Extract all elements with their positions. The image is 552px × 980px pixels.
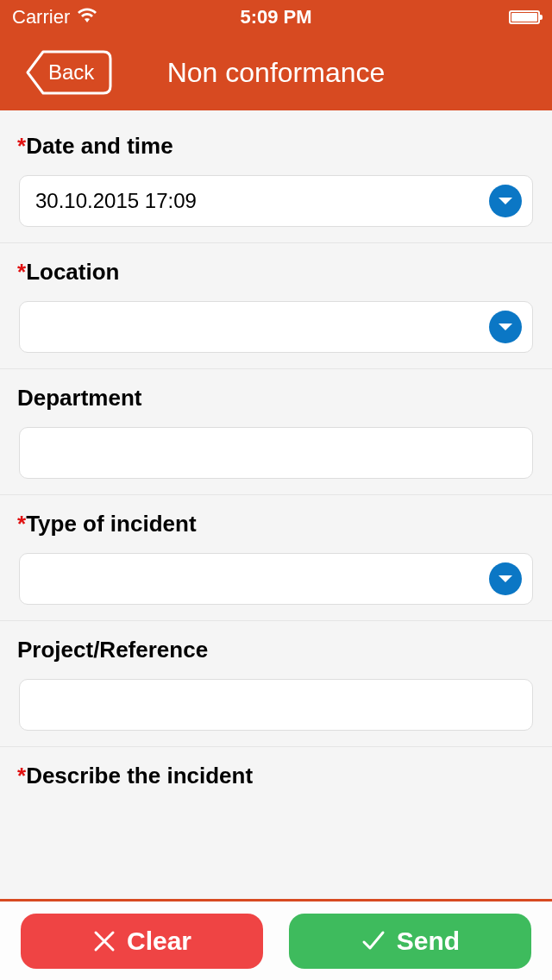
status-bar: Carrier 5:09 PM bbox=[0, 0, 552, 35]
back-button[interactable]: Back bbox=[26, 50, 112, 95]
page-title: Non conformance bbox=[167, 57, 386, 89]
section-department: Department bbox=[0, 369, 552, 495]
label-datetime: *Date and time bbox=[17, 133, 543, 160]
section-location: *Location bbox=[0, 243, 552, 369]
dropdown-icon[interactable] bbox=[489, 185, 522, 217]
section-datetime: *Date and time 30.10.2015 17:09 bbox=[0, 110, 552, 243]
status-time: 5:09 PM bbox=[240, 6, 311, 28]
dropdown-icon[interactable] bbox=[489, 311, 522, 343]
input-location[interactable] bbox=[19, 301, 533, 353]
input-project[interactable] bbox=[19, 679, 533, 731]
send-label: Send bbox=[397, 927, 460, 956]
check-icon bbox=[361, 929, 386, 953]
clear-button[interactable]: Clear bbox=[21, 914, 263, 969]
dropdown-icon[interactable] bbox=[489, 562, 522, 595]
status-left: Carrier bbox=[12, 6, 97, 28]
label-location: *Location bbox=[17, 259, 543, 286]
close-icon bbox=[92, 929, 116, 953]
form-content: *Date and time 30.10.2015 17:09 *Locatio… bbox=[0, 110, 552, 899]
section-incident-type: *Type of incident bbox=[0, 495, 552, 621]
clear-label: Clear bbox=[127, 927, 191, 956]
bottom-bar: Clear Send bbox=[0, 901, 552, 980]
label-describe: *Describe the incident bbox=[17, 763, 543, 789]
section-project: Project/Reference bbox=[0, 621, 552, 747]
nav-bar: Back Non conformance bbox=[0, 35, 552, 110]
section-describe: *Describe the incident bbox=[0, 747, 552, 812]
value-datetime: 30.10.2015 17:09 bbox=[35, 189, 489, 213]
back-label: Back bbox=[48, 60, 94, 85]
input-datetime[interactable]: 30.10.2015 17:09 bbox=[19, 175, 533, 227]
label-department: Department bbox=[17, 385, 543, 411]
input-department[interactable] bbox=[19, 427, 533, 479]
label-project: Project/Reference bbox=[17, 637, 543, 663]
send-button[interactable]: Send bbox=[289, 914, 531, 969]
wifi-icon bbox=[77, 6, 97, 28]
carrier-label: Carrier bbox=[12, 6, 70, 28]
input-incident-type[interactable] bbox=[19, 553, 533, 605]
battery-icon bbox=[509, 10, 540, 24]
label-incident-type: *Type of incident bbox=[17, 511, 543, 537]
